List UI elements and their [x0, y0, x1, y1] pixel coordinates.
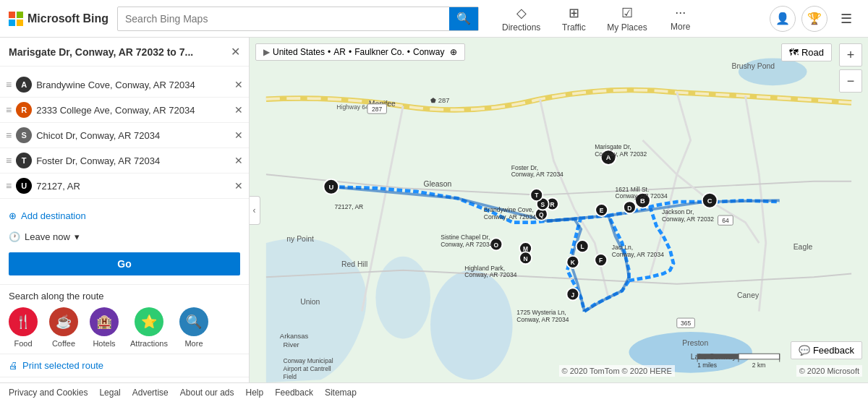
- print-label: Print selected route: [22, 360, 103, 371]
- leave-now-row: 🕐 Leave now ▾: [0, 227, 249, 247]
- hamburger-button[interactable]: ☰: [833, 6, 859, 32]
- more-icon: ···: [675, 5, 686, 20]
- footer-bar: Privacy and Cookies Legal Advertise Abou…: [0, 382, 868, 402]
- footer-legal[interactable]: Legal: [99, 388, 120, 398]
- feedback-button[interactable]: 💬 Feedback: [791, 341, 862, 359]
- svg-text:Foster Dr,: Foster Dr,: [511, 164, 538, 171]
- coffee-label: Coffee: [52, 339, 75, 348]
- zoom-in-button[interactable]: +: [839, 43, 862, 67]
- footer-sitemap[interactable]: Sitemap: [325, 388, 357, 398]
- svg-text:D: D: [627, 205, 631, 212]
- drag-handle-s[interactable]: ≡: [6, 129, 12, 141]
- nav-directions[interactable]: ◇ Directions: [493, 2, 549, 35]
- go-button[interactable]: Go: [9, 252, 240, 275]
- distance-row: 38.9 miles: [0, 377, 249, 382]
- sidebar-close-button[interactable]: ✕: [231, 45, 240, 59]
- route-icon-attractions[interactable]: ⭐ Attractions: [130, 307, 168, 348]
- nav-more[interactable]: ··· More: [659, 2, 702, 35]
- svg-text:E: E: [600, 207, 604, 214]
- route-icon-hotels[interactable]: 🏨 Hotels: [90, 307, 119, 348]
- waypoint-input-a[interactable]: [36, 80, 230, 90]
- waypoint-icon-r: R: [16, 102, 32, 118]
- svg-text:Preston: Preston: [682, 339, 708, 347]
- nav-traffic[interactable]: ⊞ Traffic: [552, 2, 595, 35]
- trophy-icon-button[interactable]: 🏆: [801, 6, 827, 32]
- svg-text:Highway 64: Highway 64: [336, 103, 369, 111]
- search-input[interactable]: [118, 13, 449, 25]
- svg-text:⬟ 287: ⬟ 287: [430, 96, 449, 104]
- footer-feedback[interactable]: Feedback: [275, 388, 313, 398]
- attractions-label: Attractions: [130, 339, 168, 348]
- traffic-icon: ⊞: [569, 5, 579, 21]
- footer-privacy[interactable]: Privacy and Cookies: [9, 388, 88, 398]
- waypoint-input-r[interactable]: [36, 105, 230, 116]
- drag-handle-t[interactable]: ≡: [6, 155, 12, 166]
- map-background: U A B C D E F: [250, 38, 868, 382]
- drag-handle-r[interactable]: ≡: [6, 104, 12, 116]
- add-destination[interactable]: ⊕ Add destination: [0, 205, 249, 227]
- footer-advertise[interactable]: Advertise: [132, 388, 169, 398]
- breadcrumb-arrow[interactable]: ▶: [263, 47, 270, 57]
- go-row: Go: [0, 247, 249, 284]
- waypoint-clear-a[interactable]: ✕: [234, 79, 243, 90]
- breadcrumb-faulkner[interactable]: Faulkner Co.: [354, 47, 404, 57]
- drag-handle-u[interactable]: ≡: [6, 180, 12, 192]
- drag-handle-a[interactable]: ≡: [6, 79, 12, 90]
- svg-rect-81: [697, 354, 739, 359]
- print-icon: 🖨: [9, 360, 18, 371]
- svg-text:Arkansas: Arkansas: [280, 332, 309, 340]
- bing-text: Microsoft Bing: [27, 12, 109, 25]
- footer-about-ads[interactable]: About our ads: [180, 388, 234, 398]
- svg-text:C: C: [707, 197, 712, 205]
- user-icon-button[interactable]: 👤: [770, 6, 796, 32]
- waypoint-clear-r[interactable]: ✕: [234, 104, 243, 116]
- more-search-icon: 🔍: [179, 307, 208, 336]
- location-icon[interactable]: ⊕: [450, 47, 457, 57]
- svg-point-2: [375, 257, 430, 339]
- route-icon-coffee[interactable]: ☕ Coffee: [49, 307, 78, 348]
- map-area[interactable]: U A B C D E F: [250, 38, 868, 382]
- header-right: 👤 🏆 ☰: [770, 6, 859, 32]
- footer-help[interactable]: Help: [246, 388, 264, 398]
- svg-text:Conway, AR 72032: Conway, AR 72032: [595, 150, 647, 158]
- print-row[interactable]: 🖨 Print selected route: [0, 354, 249, 377]
- waypoint-clear-t[interactable]: ✕: [234, 155, 243, 166]
- svg-text:365: 365: [681, 320, 691, 327]
- svg-text:Conway, AR 72034: Conway, AR 72034: [516, 316, 569, 323]
- road-icon: 🗺: [789, 47, 799, 58]
- search-button[interactable]: 🔍: [449, 7, 478, 30]
- road-button[interactable]: 🗺 Road: [781, 43, 832, 61]
- svg-text:Jaci Ln,: Jaci Ln,: [612, 244, 633, 251]
- svg-text:Conway, AR 72032: Conway, AR 72032: [662, 215, 714, 223]
- svg-text:Q: Q: [539, 211, 544, 218]
- svg-text:N: N: [524, 255, 528, 262]
- route-icon-more[interactable]: 🔍 More: [179, 307, 208, 348]
- waypoint-clear-u[interactable]: ✕: [234, 180, 243, 192]
- svg-point-1: [430, 270, 513, 380]
- waypoint-item-s: ≡ S ✕: [0, 123, 249, 148]
- breadcrumb-conway[interactable]: Conway: [413, 47, 444, 57]
- breadcrumb-sep1: •: [328, 47, 331, 57]
- waypoint-input-u[interactable]: [36, 181, 230, 192]
- waypoint-input-t[interactable]: [36, 155, 230, 166]
- sidebar-title: Marisgate Dr, Conway, AR 72032 to 7... ✕: [0, 38, 249, 67]
- nav-myplaces[interactable]: ☑ My Places: [598, 2, 655, 35]
- breadcrumb-ar[interactable]: AR: [333, 47, 346, 57]
- svg-text:1 miles: 1 miles: [697, 362, 717, 369]
- nav-myplaces-label: My Places: [607, 22, 647, 33]
- svg-text:287: 287: [372, 106, 382, 113]
- svg-text:Marisgate Dr,: Marisgate Dr,: [595, 143, 631, 150]
- waypoint-input-s[interactable]: [36, 130, 230, 141]
- waypoint-clear-s[interactable]: ✕: [234, 129, 243, 141]
- route-icons: 🍴 Food ☕ Coffee 🏨 Hotels ⭐ Attractions 🔍: [9, 307, 240, 348]
- svg-text:Conway, AR 72034: Conway, AR 72034: [441, 241, 493, 248]
- svg-text:Field: Field: [284, 373, 297, 380]
- leave-now-label: Leave now: [25, 231, 70, 242]
- collapse-sidebar-button[interactable]: ‹: [250, 196, 260, 225]
- breadcrumb-us[interactable]: United States: [273, 47, 325, 57]
- route-icon-food[interactable]: 🍴 Food: [9, 307, 38, 348]
- breadcrumb-sep2: •: [349, 47, 352, 57]
- svg-text:K: K: [571, 259, 576, 266]
- svg-text:L: L: [581, 243, 584, 250]
- zoom-out-button[interactable]: −: [839, 69, 862, 93]
